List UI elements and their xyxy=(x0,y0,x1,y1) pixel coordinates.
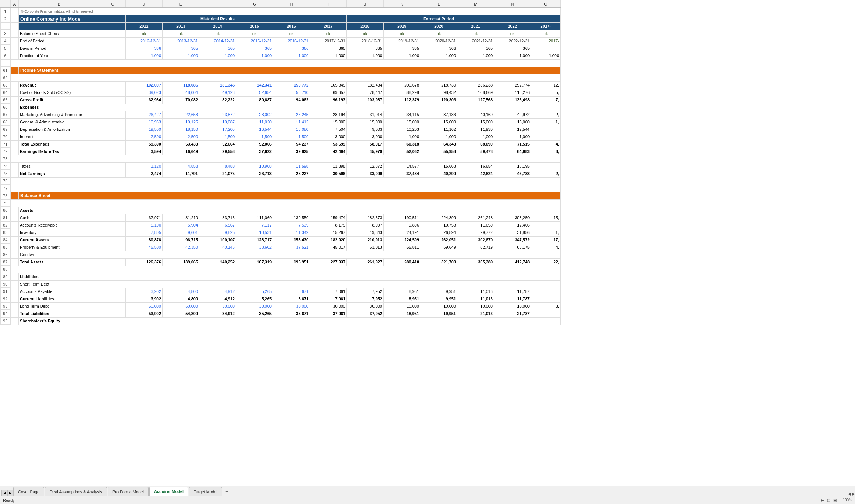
r72-g: 37,622 xyxy=(236,148,273,155)
r6-label: Fraction of Year xyxy=(19,52,100,59)
row-87: 87 Total Assets 126,376 139,065 140,252 … xyxy=(0,258,561,266)
r71-o: 4, xyxy=(531,140,561,148)
row-70: 70 Interest 2,500 2,500 1,500 1,500 1,50… xyxy=(0,133,561,140)
r89-rest xyxy=(100,273,561,280)
col-header-o[interactable]: O xyxy=(531,0,561,8)
r63-l: 218,739 xyxy=(420,81,457,89)
r63-a xyxy=(11,81,19,89)
r91-o xyxy=(531,288,561,295)
tab-proforma[interactable]: Pro Forma Model xyxy=(108,487,149,496)
r68-f: 10,087 xyxy=(199,118,236,126)
view-normal[interactable]: ▶ xyxy=(821,498,824,502)
r61-a xyxy=(11,67,19,74)
row-94: 94 Total Liabilities 53,902 54,800 34,91… xyxy=(0,310,561,317)
col-header-n[interactable]: N xyxy=(494,0,531,8)
col-header-e[interactable]: E xyxy=(163,0,199,8)
r94-l: 19,951 xyxy=(420,310,457,317)
r85-label: Property & Equipment xyxy=(19,244,100,251)
tab-deal-assumptions[interactable]: Deal Assumptions & Analysis xyxy=(45,487,107,496)
r92-a xyxy=(11,295,19,302)
r87-o: 22, xyxy=(531,258,561,266)
r87-i: 227,937 xyxy=(310,258,347,266)
r75-l: 40,290 xyxy=(420,170,457,177)
r71-n: 71,515 xyxy=(494,140,531,148)
r87-h: 195,951 xyxy=(273,258,310,266)
r83-g: 10,531 xyxy=(236,229,273,236)
r68-c xyxy=(100,118,126,126)
col-header-i[interactable]: I xyxy=(310,0,347,8)
r90-label: Short Term Debt xyxy=(19,280,100,288)
spreadsheet-container: A B C D E F G H I J K L M N O xyxy=(0,0,855,504)
r74-g: 10,908 xyxy=(236,162,273,170)
rownum-94: 94 xyxy=(0,310,11,317)
r93-h: 30,000 xyxy=(273,302,310,310)
r93-m: 10,000 xyxy=(457,302,494,310)
r4-m: 2021-12-31 xyxy=(457,37,494,45)
r63-k: 200,678 xyxy=(384,81,420,89)
row-67: 67 Marketing, Advertising & Promotion 26… xyxy=(0,111,561,118)
r68-a xyxy=(11,118,19,126)
rownum-74: 74 xyxy=(0,162,11,170)
r5-h: 366 xyxy=(273,45,310,52)
rownum-93: 93 xyxy=(0,302,11,310)
sp1-cells xyxy=(11,59,561,67)
yh-2019: 2019 xyxy=(384,22,420,30)
col-header-j[interactable]: J xyxy=(347,0,384,8)
col-header-m[interactable]: M xyxy=(457,0,494,8)
r94-j: 37,952 xyxy=(347,310,384,317)
row-88: 88 xyxy=(0,266,561,273)
r70-a xyxy=(11,133,19,140)
col-header-c[interactable]: C xyxy=(100,0,126,8)
col-header-b[interactable]: B xyxy=(19,0,100,8)
r6-c xyxy=(100,52,126,59)
r71-i: 53,699 xyxy=(310,140,347,148)
r69-h: 16,080 xyxy=(273,126,310,133)
rownum-76: 76 xyxy=(0,177,11,185)
r67-i: 28,194 xyxy=(310,111,347,118)
r68-m: 15,000 xyxy=(457,118,494,126)
col-header-d[interactable]: D xyxy=(126,0,163,8)
r4-d: 2012-12-31 xyxy=(126,37,163,45)
r69-i: 7,504 xyxy=(310,126,347,133)
r92-m: 11,016 xyxy=(457,295,494,302)
r81-e: 81,210 xyxy=(163,214,199,221)
view-page[interactable]: ▣ xyxy=(833,498,837,502)
r94-a xyxy=(11,310,19,317)
rownum-62: 62 xyxy=(0,74,11,81)
r83-h: 11,342 xyxy=(273,229,310,236)
row-90: 90 Short Term Debt xyxy=(0,280,561,288)
r70-h: 1,500 xyxy=(273,133,310,140)
tab-target[interactable]: Target Model xyxy=(189,487,222,496)
r66-rest xyxy=(100,104,561,111)
tab-scroll-left[interactable]: ◀ xyxy=(1,490,7,496)
r92-o xyxy=(531,295,561,302)
tab-cover-page[interactable]: Cover Page xyxy=(13,487,44,496)
col-header-h[interactable]: H xyxy=(273,0,310,8)
r74-c xyxy=(100,162,126,170)
r63-i: 165,849 xyxy=(310,81,347,89)
rownum-80: 80 xyxy=(0,207,11,214)
col-header-a[interactable]: A xyxy=(11,0,19,8)
r3-a xyxy=(11,30,19,37)
r75-n: 46,788 xyxy=(494,170,531,177)
col-header-g[interactable]: G xyxy=(236,0,273,8)
tab-add-button[interactable]: + xyxy=(223,488,231,496)
r70-i: 3,000 xyxy=(310,133,347,140)
r78-a xyxy=(11,192,19,199)
r3-g: ok xyxy=(236,30,273,37)
col-header-l[interactable]: L xyxy=(420,0,457,8)
row-75: 75 Net Earnings 2,474 11,791 21,075 26,7… xyxy=(0,170,561,177)
view-layout[interactable]: ▢ xyxy=(827,498,830,502)
r61-label: Income Statement xyxy=(19,67,561,74)
tab-scroll-right[interactable]: ▶ xyxy=(7,490,13,496)
tab-acquirer[interactable]: Acquirer Model xyxy=(149,487,188,496)
rownum-85: 85 xyxy=(0,244,11,251)
row-77: 77 xyxy=(0,185,561,192)
col-header-f[interactable]: F xyxy=(199,0,236,8)
col-header-k[interactable]: K xyxy=(384,0,420,8)
r64-l: 98,432 xyxy=(420,89,457,96)
r87-a xyxy=(11,258,19,266)
r93-a xyxy=(11,302,19,310)
r91-i: 7,061 xyxy=(310,288,347,295)
r75-g: 26,713 xyxy=(236,170,273,177)
